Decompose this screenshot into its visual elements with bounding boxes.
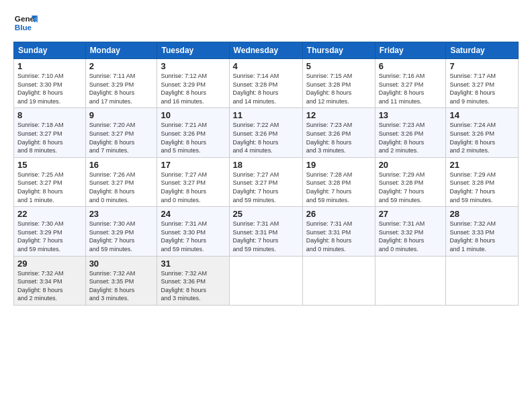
calendar-cell: 29Sunrise: 7:32 AMSunset: 3:34 PMDayligh… xyxy=(14,256,86,305)
day-number: 18 xyxy=(233,160,299,170)
day-number: 19 xyxy=(306,160,371,170)
day-number: 26 xyxy=(306,209,371,219)
calendar-header-row: Sunday Monday Tuesday Wednesday Thursday… xyxy=(14,42,519,59)
calendar-cell: 20Sunrise: 7:29 AMSunset: 3:28 PMDayligh… xyxy=(375,157,446,206)
cell-info: Sunrise: 7:22 AMSunset: 3:26 PMDaylight:… xyxy=(233,122,279,154)
calendar-cell: 8Sunrise: 7:18 AMSunset: 3:27 PMDaylight… xyxy=(14,108,86,157)
cell-info: Sunrise: 7:17 AMSunset: 3:27 PMDaylight:… xyxy=(449,73,496,105)
calendar-cell: 16Sunrise: 7:26 AMSunset: 3:27 PMDayligh… xyxy=(85,157,157,206)
calendar-cell: 27Sunrise: 7:31 AMSunset: 3:32 PMDayligh… xyxy=(375,207,446,256)
cell-info: Sunrise: 7:14 AMSunset: 3:28 PMDaylight:… xyxy=(233,73,279,105)
cell-info: Sunrise: 7:32 AMSunset: 3:36 PMDaylight:… xyxy=(161,270,207,302)
day-number: 5 xyxy=(306,61,371,71)
day-number: 29 xyxy=(17,259,82,269)
svg-text:Blue: Blue xyxy=(15,23,32,32)
calendar-cell xyxy=(302,256,375,305)
day-number: 23 xyxy=(89,209,154,219)
cell-info: Sunrise: 7:32 AMSunset: 3:34 PMDaylight:… xyxy=(17,270,64,302)
day-number: 27 xyxy=(379,209,443,219)
calendar-cell: 28Sunrise: 7:32 AMSunset: 3:33 PMDayligh… xyxy=(446,207,519,256)
calendar-cell: 26Sunrise: 7:31 AMSunset: 3:31 PMDayligh… xyxy=(302,207,375,256)
day-number: 11 xyxy=(233,110,299,120)
cell-info: Sunrise: 7:31 AMSunset: 3:31 PMDaylight:… xyxy=(233,220,279,253)
day-number: 7 xyxy=(449,61,515,71)
cell-info: Sunrise: 7:31 AMSunset: 3:30 PMDaylight:… xyxy=(161,220,207,253)
cell-info: Sunrise: 7:29 AMSunset: 3:28 PMDaylight:… xyxy=(449,171,496,203)
cell-info: Sunrise: 7:12 AMSunset: 3:29 PMDaylight:… xyxy=(161,73,207,105)
cell-info: Sunrise: 7:30 AMSunset: 3:29 PMDaylight:… xyxy=(89,220,136,253)
day-number: 10 xyxy=(161,110,225,120)
calendar-cell: 18Sunrise: 7:27 AMSunset: 3:27 PMDayligh… xyxy=(229,157,302,206)
calendar-cell: 1Sunrise: 7:10 AMSunset: 3:30 PMDaylight… xyxy=(14,59,86,108)
page: General Blue Sunday Monday Tuesday Wedne… xyxy=(0,0,532,411)
calendar-cell: 23Sunrise: 7:30 AMSunset: 3:29 PMDayligh… xyxy=(85,207,157,256)
header: General Blue xyxy=(13,11,519,35)
calendar-cell: 6Sunrise: 7:16 AMSunset: 3:27 PMDaylight… xyxy=(375,59,446,108)
calendar-cell: 25Sunrise: 7:31 AMSunset: 3:31 PMDayligh… xyxy=(229,207,302,256)
cell-info: Sunrise: 7:24 AMSunset: 3:26 PMDaylight:… xyxy=(449,122,496,154)
day-number: 9 xyxy=(89,110,154,120)
calendar-week-1: 1Sunrise: 7:10 AMSunset: 3:30 PMDaylight… xyxy=(14,59,519,108)
day-number: 3 xyxy=(161,61,225,71)
day-number: 31 xyxy=(161,259,225,269)
cell-info: Sunrise: 7:25 AMSunset: 3:27 PMDaylight:… xyxy=(17,171,64,203)
col-thursday: Thursday xyxy=(302,42,375,59)
day-number: 12 xyxy=(306,110,371,120)
col-tuesday: Tuesday xyxy=(157,42,229,59)
day-number: 13 xyxy=(379,110,443,120)
cell-info: Sunrise: 7:21 AMSunset: 3:26 PMDaylight:… xyxy=(161,122,207,154)
logo: General Blue xyxy=(13,11,38,35)
cell-info: Sunrise: 7:28 AMSunset: 3:28 PMDaylight:… xyxy=(306,171,353,203)
day-number: 1 xyxy=(17,61,82,71)
calendar-cell: 30Sunrise: 7:32 AMSunset: 3:35 PMDayligh… xyxy=(85,256,157,305)
calendar-week-5: 29Sunrise: 7:32 AMSunset: 3:34 PMDayligh… xyxy=(14,256,519,305)
cell-info: Sunrise: 7:32 AMSunset: 3:33 PMDaylight:… xyxy=(449,220,496,253)
col-wednesday: Wednesday xyxy=(229,42,302,59)
calendar-week-3: 15Sunrise: 7:25 AMSunset: 3:27 PMDayligh… xyxy=(14,157,519,206)
cell-info: Sunrise: 7:30 AMSunset: 3:29 PMDaylight:… xyxy=(17,220,64,253)
calendar-week-2: 8Sunrise: 7:18 AMSunset: 3:27 PMDaylight… xyxy=(14,108,519,157)
calendar-cell: 31Sunrise: 7:32 AMSunset: 3:36 PMDayligh… xyxy=(157,256,229,305)
cell-info: Sunrise: 7:32 AMSunset: 3:35 PMDaylight:… xyxy=(89,270,136,302)
day-number: 17 xyxy=(161,160,225,170)
cell-info: Sunrise: 7:15 AMSunset: 3:28 PMDaylight:… xyxy=(306,73,353,105)
calendar-week-4: 22Sunrise: 7:30 AMSunset: 3:29 PMDayligh… xyxy=(14,207,519,256)
calendar-cell xyxy=(229,256,302,305)
cell-info: Sunrise: 7:27 AMSunset: 3:27 PMDaylight:… xyxy=(161,171,207,203)
cell-info: Sunrise: 7:23 AMSunset: 3:26 PMDaylight:… xyxy=(379,122,425,154)
day-number: 8 xyxy=(17,110,82,120)
col-sunday: Sunday xyxy=(14,42,86,59)
calendar-cell: 22Sunrise: 7:30 AMSunset: 3:29 PMDayligh… xyxy=(14,207,86,256)
day-number: 25 xyxy=(233,209,299,219)
cell-info: Sunrise: 7:31 AMSunset: 3:32 PMDaylight:… xyxy=(379,220,425,253)
cell-info: Sunrise: 7:20 AMSunset: 3:27 PMDaylight:… xyxy=(89,122,136,154)
cell-info: Sunrise: 7:23 AMSunset: 3:26 PMDaylight:… xyxy=(306,122,353,154)
calendar-cell: 4Sunrise: 7:14 AMSunset: 3:28 PMDaylight… xyxy=(229,59,302,108)
cell-info: Sunrise: 7:27 AMSunset: 3:27 PMDaylight:… xyxy=(233,171,279,203)
cell-info: Sunrise: 7:10 AMSunset: 3:30 PMDaylight:… xyxy=(17,73,64,105)
day-number: 4 xyxy=(233,61,299,71)
cell-info: Sunrise: 7:31 AMSunset: 3:31 PMDaylight:… xyxy=(306,220,353,253)
calendar-cell: 9Sunrise: 7:20 AMSunset: 3:27 PMDaylight… xyxy=(85,108,157,157)
cell-info: Sunrise: 7:16 AMSunset: 3:27 PMDaylight:… xyxy=(379,73,425,105)
calendar-cell: 13Sunrise: 7:23 AMSunset: 3:26 PMDayligh… xyxy=(375,108,446,157)
calendar-cell: 10Sunrise: 7:21 AMSunset: 3:26 PMDayligh… xyxy=(157,108,229,157)
calendar-cell xyxy=(375,256,446,305)
calendar-cell: 3Sunrise: 7:12 AMSunset: 3:29 PMDaylight… xyxy=(157,59,229,108)
logo-icon: General Blue xyxy=(13,11,38,35)
cell-info: Sunrise: 7:18 AMSunset: 3:27 PMDaylight:… xyxy=(17,122,64,154)
day-number: 22 xyxy=(17,209,82,219)
calendar-cell: 12Sunrise: 7:23 AMSunset: 3:26 PMDayligh… xyxy=(302,108,375,157)
day-number: 28 xyxy=(449,209,515,219)
day-number: 14 xyxy=(449,110,515,120)
calendar-cell: 11Sunrise: 7:22 AMSunset: 3:26 PMDayligh… xyxy=(229,108,302,157)
col-monday: Monday xyxy=(85,42,157,59)
day-number: 15 xyxy=(17,160,82,170)
calendar-cell: 14Sunrise: 7:24 AMSunset: 3:26 PMDayligh… xyxy=(446,108,519,157)
calendar: Sunday Monday Tuesday Wednesday Thursday… xyxy=(13,42,519,306)
day-number: 21 xyxy=(449,160,515,170)
calendar-cell: 7Sunrise: 7:17 AMSunset: 3:27 PMDaylight… xyxy=(446,59,519,108)
cell-info: Sunrise: 7:11 AMSunset: 3:29 PMDaylight:… xyxy=(89,73,136,105)
day-number: 20 xyxy=(379,160,443,170)
calendar-cell: 17Sunrise: 7:27 AMSunset: 3:27 PMDayligh… xyxy=(157,157,229,206)
